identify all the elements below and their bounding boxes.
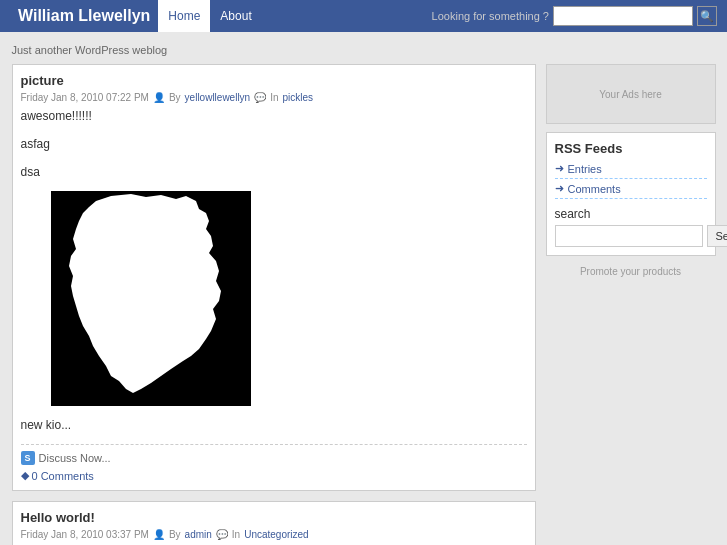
- post-image: [51, 191, 251, 406]
- rss-widget: RSS Feeds ➜ Entries ➜ Comments search Se…: [546, 132, 716, 256]
- content-area: picture Friday Jan 8, 2010 07:22 PM 👤 By…: [12, 64, 716, 545]
- post-category-prefix-2: In: [232, 529, 240, 540]
- post-line-1: awesome!!!!!!: [21, 109, 527, 123]
- comments-count: 0 Comments: [32, 470, 94, 482]
- arrow-icon-entries: ➜: [555, 162, 564, 175]
- discuss-text: Discuss Now...: [39, 452, 111, 464]
- post-body: awesome!!!!!! asfag dsa: [21, 103, 527, 185]
- tagline: Just another WordPress weblog: [12, 40, 716, 64]
- post-meta: Friday Jan 8, 2010 07:22 PM 👤 By yellowl…: [21, 92, 527, 103]
- ads-placeholder: Your Ads here: [546, 64, 716, 124]
- main-nav: Home About: [158, 0, 261, 32]
- rss-entries-label: Entries: [568, 163, 602, 175]
- page-wrapper: Just another WordPress weblog picture Fr…: [4, 32, 724, 545]
- arrow-icon-comments: ➜: [555, 182, 564, 195]
- post-picture: picture Friday Jan 8, 2010 07:22 PM 👤 By…: [12, 64, 536, 491]
- post-new-kio: new kio...: [21, 418, 72, 432]
- search-icon: 🔍: [700, 10, 714, 23]
- promote-text: Promote your products: [580, 266, 681, 277]
- post-title: picture: [21, 73, 527, 88]
- post-category[interactable]: pickles: [283, 92, 314, 103]
- nav-about[interactable]: About: [210, 0, 261, 32]
- post-line-4: [21, 151, 527, 165]
- site-header: William Llewellyn Home About Looking for…: [0, 0, 727, 32]
- post-caption: new kio...: [21, 412, 527, 438]
- post-line-5: dsa: [21, 165, 527, 179]
- post-title-2: Hello world!: [21, 510, 527, 525]
- sidebar: Your Ads here RSS Feeds ➜ Entries ➜ Comm…: [546, 64, 716, 545]
- post-category-2[interactable]: Uncategorized: [244, 529, 308, 540]
- post-author-2[interactable]: admin: [185, 529, 212, 540]
- post-line-3: asfag: [21, 137, 527, 151]
- header-search-area: Looking for something ? 🔍: [432, 6, 717, 26]
- post-body-2: Welcome to WordPress. This is your first…: [21, 540, 527, 545]
- post-author-prefix-2: By: [169, 529, 181, 540]
- search-section-label: search: [555, 207, 707, 221]
- ads-text: Your Ads here: [599, 89, 661, 100]
- comment-icon-2: 💬: [216, 529, 228, 540]
- header-search-label: Looking for something ?: [432, 10, 549, 22]
- nav-home[interactable]: Home: [158, 0, 210, 32]
- user-icon: 👤: [153, 92, 165, 103]
- header-search-button[interactable]: 🔍: [697, 6, 717, 26]
- post-meta-2: Friday Jan 8, 2010 03:37 PM 👤 By admin 💬…: [21, 529, 527, 540]
- post-author[interactable]: yellowllewellyn: [185, 92, 251, 103]
- rss-entries-link[interactable]: ➜ Entries: [555, 162, 707, 179]
- sidebar-search-input[interactable]: [555, 225, 703, 247]
- rss-comments-link[interactable]: ➜ Comments: [555, 182, 707, 199]
- promote-placeholder: Promote your products: [546, 266, 716, 277]
- header-search-input[interactable]: [553, 6, 693, 26]
- comments-link[interactable]: ◆ 0 Comments: [21, 469, 527, 482]
- site-title[interactable]: William Llewellyn: [10, 7, 158, 25]
- comment-icon: 💬: [254, 92, 266, 103]
- post-date-2: Friday Jan 8, 2010 03:37 PM: [21, 529, 149, 540]
- main-content: picture Friday Jan 8, 2010 07:22 PM 👤 By…: [12, 64, 536, 545]
- discuss-icon: S: [21, 451, 35, 465]
- bubble-icon: ◆: [21, 469, 29, 482]
- rss-widget-title: RSS Feeds: [555, 141, 707, 156]
- discuss-bar: S Discuss Now...: [21, 444, 527, 465]
- post-author-prefix: By: [169, 92, 181, 103]
- post-date: Friday Jan 8, 2010 07:22 PM: [21, 92, 149, 103]
- post-hello-world: Hello world! Friday Jan 8, 2010 03:37 PM…: [12, 501, 536, 545]
- search-widget-row: Search: [555, 225, 707, 247]
- user-icon-2: 👤: [153, 529, 165, 540]
- rss-comments-label: Comments: [568, 183, 621, 195]
- sidebar-search-button[interactable]: Search: [707, 225, 728, 247]
- post-category-prefix: In: [270, 92, 278, 103]
- post-line-2: [21, 123, 527, 137]
